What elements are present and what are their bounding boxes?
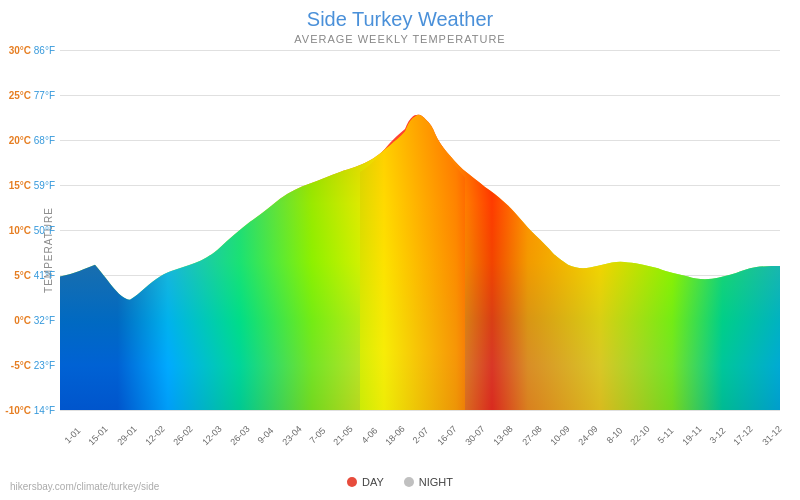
x-label: 27-08 xyxy=(520,424,543,447)
x-label: 18-06 xyxy=(383,424,406,447)
x-label: 30-07 xyxy=(463,424,486,447)
x-label: 23-04 xyxy=(280,424,303,447)
x-label: 29-01 xyxy=(115,424,138,447)
y-label: 30°C 86°F xyxy=(9,45,55,56)
horiz-overlay xyxy=(60,115,780,410)
x-label: 12-03 xyxy=(200,424,223,447)
x-label: 26-02 xyxy=(172,424,195,447)
y-labels: 30°C 86°F25°C 77°F20°C 68°F15°C 59°F10°C… xyxy=(0,50,60,410)
x-label: 26-03 xyxy=(228,424,251,447)
chart-subtitle: AVERAGE WEEKLY TEMPERATURE xyxy=(0,33,800,45)
legend-night: NIGHT xyxy=(404,476,453,488)
y-label: 5°C 41°F xyxy=(14,270,55,281)
x-label: 10-09 xyxy=(548,424,571,447)
y-label: 0°C 32°F xyxy=(14,315,55,326)
legend-day: DAY xyxy=(347,476,384,488)
x-label: 3-12 xyxy=(708,426,728,446)
x-label: 5-11 xyxy=(656,426,676,446)
x-label: 4-06 xyxy=(359,426,379,446)
x-label: 19-11 xyxy=(680,424,703,447)
night-dot xyxy=(404,477,414,487)
x-label: 7-05 xyxy=(308,426,328,446)
x-label: 31-12 xyxy=(760,424,783,447)
y-label: -5°C 23°F xyxy=(11,360,55,371)
x-label: 1-01 xyxy=(63,426,83,446)
grid-line xyxy=(60,410,780,411)
footer-url: hikersbay.com/climate/turkey/side xyxy=(10,481,159,492)
y-label: -10°C 14°F xyxy=(5,405,55,416)
x-label: 9-04 xyxy=(256,426,276,446)
y-label: 15°C 59°F xyxy=(9,180,55,191)
x-label: 24-09 xyxy=(577,424,600,447)
day-label: DAY xyxy=(362,476,384,488)
y-label: 25°C 77°F xyxy=(9,90,55,101)
x-label: 12-02 xyxy=(143,424,166,447)
x-label: 2-07 xyxy=(411,426,431,446)
chart-legend: DAY NIGHT xyxy=(347,476,453,488)
x-label: 8-10 xyxy=(604,426,624,446)
page-title: Side Turkey Weather xyxy=(0,0,800,31)
y-label: 10°C 50°F xyxy=(9,225,55,236)
x-label: 21-05 xyxy=(332,424,355,447)
night-label: NIGHT xyxy=(419,476,453,488)
temperature-chart xyxy=(60,50,780,410)
day-dot xyxy=(347,477,357,487)
x-label: 17-12 xyxy=(732,424,755,447)
x-label: 16-07 xyxy=(435,424,458,447)
chart-container: Side Turkey Weather AVERAGE WEEKLY TEMPE… xyxy=(0,0,800,500)
x-label: 13-08 xyxy=(492,424,515,447)
x-label: 15-01 xyxy=(87,424,110,447)
x-label: 22-10 xyxy=(628,424,651,447)
x-labels: 1-0115-0129-0112-0226-0212-0326-039-0423… xyxy=(60,432,780,442)
y-label: 20°C 68°F xyxy=(9,135,55,146)
